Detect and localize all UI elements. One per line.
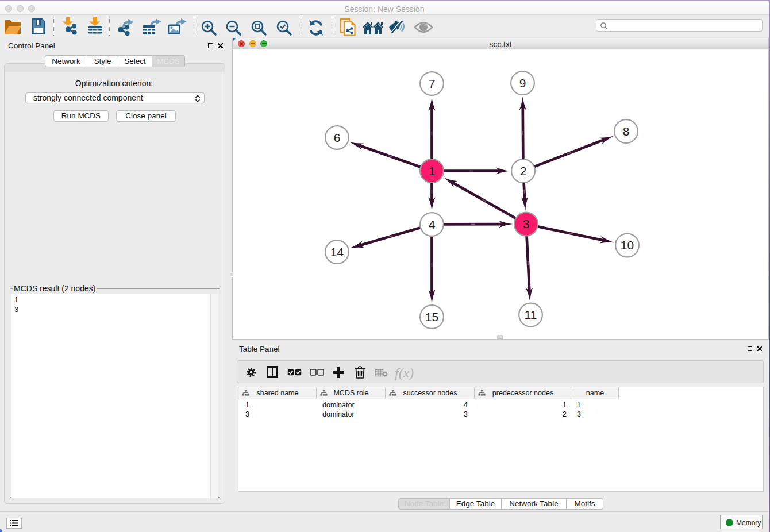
svg-text:10: 10 xyxy=(621,238,634,252)
svg-text:6: 6 xyxy=(334,131,341,144)
svg-text:f(x): f(x) xyxy=(395,365,414,380)
svg-text:9: 9 xyxy=(519,76,526,90)
svg-text:11: 11 xyxy=(525,308,537,321)
svg-text:1: 1 xyxy=(429,164,436,178)
svg-text:7: 7 xyxy=(429,77,436,90)
svg-text:15: 15 xyxy=(425,310,438,323)
svg-text:4: 4 xyxy=(429,218,436,231)
svg-text:2: 2 xyxy=(520,164,527,178)
svg-text:3: 3 xyxy=(523,217,530,230)
svg-text:8: 8 xyxy=(623,125,630,138)
svg-text:14: 14 xyxy=(330,245,344,259)
